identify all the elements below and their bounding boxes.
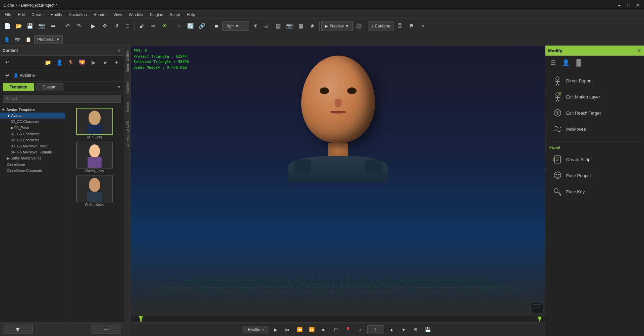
breadcrumb-label[interactable]: Avatar (20, 73, 31, 78)
anim-button[interactable]: ○ (174, 21, 184, 31)
tree-item-g5m[interactable]: 03_G5 MixMove_Male (0, 143, 65, 149)
menu-view[interactable]: View (110, 12, 125, 18)
menu-script[interactable]: Script (166, 12, 183, 18)
modify-list-icon[interactable]: ☰ (548, 58, 558, 68)
light-button[interactable]: ☀ (250, 21, 261, 31)
vtab-unreal[interactable]: Unreal Live Link (124, 117, 130, 151)
content-back-button[interactable]: ↶ (3, 58, 12, 67)
rotate-button[interactable]: ↺ (111, 21, 121, 31)
export-button[interactable]: ➡ (48, 21, 58, 31)
menu-animation[interactable]: Animation (65, 12, 90, 18)
menu-create[interactable]: Create (28, 12, 47, 18)
frame-number-input[interactable] (367, 325, 384, 334)
settings-button[interactable]: ⚙ (411, 325, 420, 334)
export-anim-button[interactable]: 💾 (423, 325, 432, 334)
modify-person-icon[interactable]: 👤 (561, 58, 571, 68)
thumb-img-2[interactable] (76, 142, 113, 169)
move-button[interactable]: ✥ (99, 21, 110, 31)
content-avatar-icon[interactable]: 👤 (55, 58, 64, 67)
ground-button[interactable]: ▤ (273, 21, 283, 31)
frame-up-button[interactable]: ▲ (387, 325, 396, 334)
redo-button[interactable]: ↷ (73, 21, 84, 31)
vtab-content[interactable]: Content (124, 76, 130, 98)
to-end-button[interactable]: ⏭ (319, 325, 328, 334)
tree-item-avatar[interactable]: ▼ Avatar (0, 113, 65, 119)
edit-button[interactable]: ✏ (148, 21, 159, 31)
create-script-item[interactable]: Create Script (548, 151, 641, 167)
menu-window[interactable]: Window (125, 12, 147, 18)
custom-tab[interactable]: Custom (36, 83, 63, 91)
camera-button[interactable]: 📷 (284, 21, 295, 31)
preview-button[interactable]: ▶ Preview ▼ (321, 21, 353, 31)
content-video-icon[interactable]: ▶ (89, 58, 98, 67)
thumb-item-1[interactable]: M_S...ero (76, 108, 113, 139)
vtab-smart-gallery[interactable]: Smart Gallery (124, 46, 130, 76)
sub-btn-3[interactable]: 📋 (23, 35, 33, 44)
tree-root[interactable]: ▼ Avatar Template (0, 107, 65, 113)
bookmark-button[interactable]: 📍 (343, 325, 353, 334)
bone-button[interactable]: ⾡ (395, 21, 406, 31)
loop-button[interactable]: 🔄 (185, 21, 196, 31)
photoreal-dropdown[interactable]: Photoreal ▼ (34, 35, 63, 44)
tree-item-g6[interactable]: 01_G6 Character (0, 131, 65, 137)
maximize-button[interactable]: □ (625, 2, 632, 9)
content-fx-icon[interactable]: ★ (100, 58, 110, 67)
content-folder-icon[interactable]: 📁 (43, 58, 53, 67)
play-button[interactable]: ▶ (271, 325, 280, 334)
home-button[interactable]: ⌂ (261, 21, 272, 31)
sub-btn-1[interactable]: 👤 (2, 35, 11, 44)
thumb-img-1[interactable] (76, 108, 113, 135)
fullscreen-button[interactable]: ■ (211, 21, 222, 31)
new-item-button[interactable]: + (91, 325, 121, 334)
step-back-button[interactable]: ⏪ (295, 325, 304, 334)
tree-item-g5f[interactable]: 04_G5 MixMove_Female (0, 149, 65, 155)
undo-button[interactable]: ↶ (62, 21, 73, 31)
menu-file[interactable]: File (1, 12, 14, 18)
edit-motion-layer-item[interactable]: Edit Motion Layer (548, 89, 641, 105)
menu-plugins[interactable]: Plugins (147, 12, 166, 18)
flag-button[interactable]: ⚑ (406, 21, 417, 31)
realtime-label[interactable]: Realtime (244, 326, 268, 333)
sub-btn-2[interactable]: 📷 (13, 35, 22, 44)
collapse-icon[interactable]: ▼ (117, 85, 121, 89)
close-button[interactable]: ✕ (635, 2, 641, 9)
tree-item-clone[interactable]: CloneBone (0, 161, 65, 167)
eye-button[interactable]: 👁 (159, 21, 170, 31)
save-button[interactable]: 💾 (25, 21, 36, 31)
mixmoves-item[interactable]: MixMoves (548, 121, 641, 137)
fx-button[interactable]: ★ (307, 21, 318, 31)
search-input[interactable] (3, 95, 121, 103)
menu-edit[interactable]: Edit (14, 12, 28, 18)
tree-item-clonechar[interactable]: CloneBone Character (0, 167, 65, 174)
face-key-item[interactable]: Face Key (548, 184, 641, 200)
mark-button[interactable]: ♪ (355, 325, 365, 334)
scrubber-end-handle[interactable] (538, 317, 542, 322)
timeline-scrubber[interactable] (131, 316, 545, 323)
direct-puppet-item[interactable]: Direct Puppet (548, 73, 641, 89)
render-button[interactable]: ▦ (296, 21, 306, 31)
video-button[interactable]: 🎥 (354, 21, 364, 31)
paint-button[interactable]: 🖌 (137, 21, 147, 31)
to-start-button[interactable]: ⏮ (283, 325, 292, 334)
step-fwd-button[interactable]: ⏩ (307, 325, 316, 334)
quality-dropdown[interactable]: High ▼ (222, 21, 249, 31)
thumb-img-3[interactable] (76, 176, 113, 202)
select-button[interactable]: ▶ (88, 21, 99, 31)
gizmo-button[interactable]: ⌖ (418, 21, 428, 31)
loop-button[interactable]: □ (331, 325, 340, 334)
tree-item-mech[interactable]: ▶ Battle Mech Series (0, 155, 65, 161)
new-button[interactable]: 📄 (2, 21, 13, 31)
frame-down-button[interactable]: ▼ (399, 325, 408, 334)
viewport-corner-icon[interactable] (532, 303, 542, 313)
menu-modify[interactable]: Modify (47, 12, 65, 18)
content-scene-icon[interactable]: 🌄 (77, 58, 87, 67)
tree-item-cc[interactable]: 00_CC Character (0, 119, 65, 125)
conform-button[interactable]: ↓ Conform (368, 21, 394, 31)
breadcrumb-back-icon[interactable]: ↩ (3, 71, 12, 80)
vtab-scene[interactable]: Scene (124, 98, 130, 117)
thumb-item-2[interactable]: Outfits_Jody (76, 142, 113, 173)
content-close-icon[interactable]: ✕ (117, 48, 121, 53)
template-tab[interactable]: Template (3, 83, 34, 91)
link-button[interactable]: 🔗 (197, 21, 207, 31)
content-motion-icon[interactable]: 🏃 (66, 58, 75, 67)
